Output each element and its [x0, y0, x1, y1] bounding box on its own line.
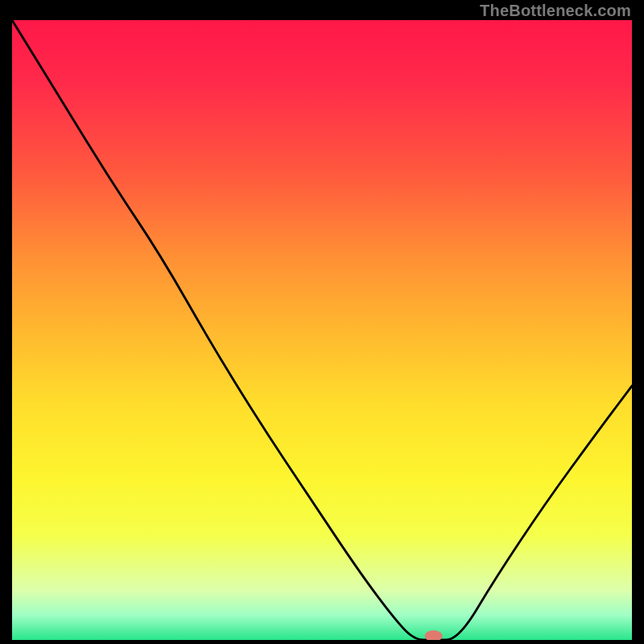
sweet-spot-marker [425, 630, 443, 640]
chart-plot-area [12, 20, 632, 640]
attribution-text: TheBottleneck.com [480, 2, 631, 20]
chart-svg [12, 20, 632, 640]
bottleneck-curve-line [12, 20, 632, 640]
